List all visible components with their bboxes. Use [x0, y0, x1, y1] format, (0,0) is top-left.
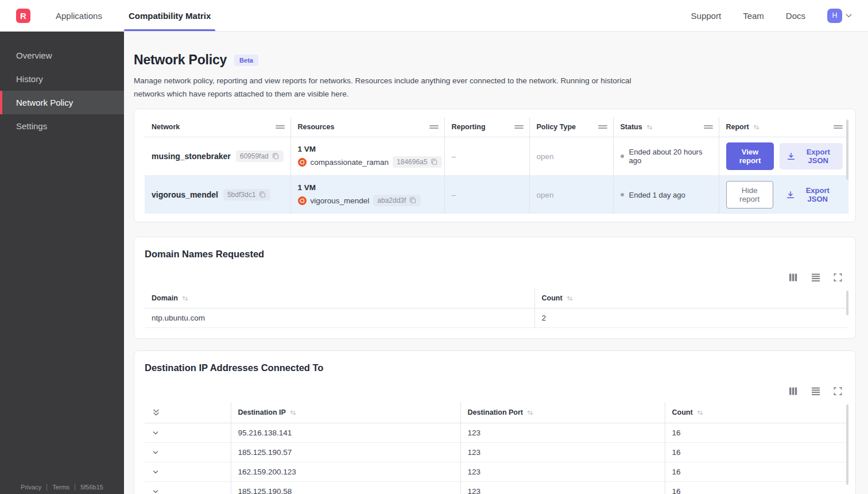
nav-link[interactable]: Team [743, 11, 764, 21]
ip-row[interactable]: 95.216.138.141 123 16 [145, 423, 848, 443]
col-header-destination-ip[interactable]: Destination IP [231, 402, 460, 423]
sort-icon[interactable] [566, 295, 574, 302]
network-row[interactable]: vigorous_mendel 5bdf3dc1 1 VM vigorous_m… [145, 176, 848, 214]
sidebar-item[interactable]: Network Policy [0, 91, 124, 114]
reporting-value: – [444, 137, 529, 176]
destination-ip-value: 162.159.200.123 [231, 462, 460, 482]
col-header-network[interactable]: Network [145, 117, 290, 137]
download-icon [786, 190, 795, 199]
page-title: Network Policy [134, 52, 227, 68]
main-content: Network Policy Beta Manage network polic… [124, 32, 868, 494]
column-menu-icon[interactable] [429, 123, 439, 131]
chevron-down-icon[interactable] [152, 449, 160, 457]
divider [46, 484, 47, 491]
ip-row[interactable]: 162.159.200.123 123 16 [145, 462, 848, 482]
networks-table: Network Resources Reporting Policy Type … [145, 117, 848, 214]
status-text: Ended 1 day ago [629, 191, 685, 199]
sort-icon[interactable] [753, 124, 760, 131]
ips-table: Destination IP Destination Port Count 95… [145, 402, 848, 494]
ubuntu-icon [298, 158, 307, 167]
column-menu-icon[interactable] [834, 123, 843, 131]
resource-name: compassionate_raman [311, 158, 389, 167]
destination-port-value: 123 [460, 482, 665, 494]
resource-name: vigorous_mendel [311, 196, 370, 205]
network-id-badge[interactable]: 5bdf3dc1 [223, 189, 270, 200]
columns-icon[interactable] [788, 272, 798, 283]
nav-link[interactable]: Docs [786, 11, 805, 21]
network-id-badge[interactable]: 60959fad [236, 150, 284, 162]
chevron-down-icon[interactable] [152, 488, 160, 494]
vm-count: 1 VM [298, 183, 439, 192]
copy-icon[interactable] [430, 158, 438, 166]
copy-icon[interactable] [409, 196, 417, 204]
policy-type-value: open [529, 176, 613, 214]
domains-card-title: Domain Names Requested [145, 245, 847, 260]
column-menu-icon[interactable] [704, 123, 713, 131]
copy-icon[interactable] [272, 152, 280, 160]
column-menu-icon[interactable] [276, 123, 285, 131]
privacy-link[interactable]: Privacy [21, 484, 41, 491]
sort-icon[interactable] [526, 409, 534, 416]
sidebar-item[interactable]: History [0, 67, 124, 91]
count-value: 2 [534, 308, 848, 328]
chevron-down-icon[interactable] [152, 429, 160, 437]
report-toggle-button[interactable]: View report [726, 142, 774, 170]
sort-icon[interactable] [646, 124, 653, 131]
sidebar-item[interactable]: Settings [0, 114, 124, 138]
rows-icon[interactable] [811, 386, 820, 396]
ip-row[interactable]: 185.125.190.58 123 16 [145, 482, 848, 494]
column-menu-icon[interactable] [514, 123, 524, 131]
resource-id-badge[interactable]: aba2dd3f [373, 195, 421, 206]
expand-all-header[interactable] [145, 402, 231, 423]
report-toggle-button[interactable]: Hide report [726, 181, 773, 209]
user-menu[interactable]: H [827, 9, 853, 23]
column-menu-icon[interactable] [598, 123, 607, 131]
nav-tab[interactable]: Compatibility Matrix [124, 0, 215, 31]
col-header-policy-type[interactable]: Policy Type [529, 117, 613, 137]
col-header-domain[interactable]: Domain [145, 288, 534, 308]
count-value: 16 [665, 443, 848, 462]
copy-icon[interactable] [258, 191, 266, 199]
domain-row[interactable]: ntp.ubuntu.com 2 [145, 308, 848, 328]
domains-table: Domain Count ntp.ubuntu.com 2 [145, 288, 848, 328]
app-logo[interactable]: R [16, 9, 30, 23]
fullscreen-icon[interactable] [833, 272, 843, 283]
nav-link[interactable]: Support [691, 11, 722, 21]
sort-icon[interactable] [696, 409, 704, 416]
destination-port-value: 123 [460, 423, 665, 443]
terms-link[interactable]: Terms [52, 484, 69, 491]
sort-icon[interactable] [289, 409, 297, 416]
columns-icon[interactable] [788, 386, 798, 396]
chevron-down-icon[interactable] [152, 468, 160, 476]
col-header-resources[interactable]: Resources [290, 117, 444, 137]
nav-tab[interactable]: Applications [51, 0, 107, 31]
double-chevron-down-icon[interactable] [152, 408, 161, 417]
sidebar: Overview History Network Policy Settings… [0, 32, 124, 494]
col-header-count[interactable]: Count [534, 288, 848, 308]
export-json-button[interactable]: Export JSON [779, 182, 843, 208]
rows-icon[interactable] [811, 272, 820, 283]
sort-icon[interactable] [181, 295, 189, 302]
destination-ip-value: 185.125.190.58 [231, 482, 460, 494]
col-header-status[interactable]: Status [613, 117, 719, 137]
col-header-report[interactable]: Report [719, 117, 848, 137]
col-header-reporting[interactable]: Reporting [444, 117, 529, 137]
fullscreen-icon[interactable] [833, 386, 843, 396]
count-value: 16 [665, 423, 848, 443]
sidebar-item[interactable]: Overview [0, 44, 124, 67]
networks-card: Network Resources Reporting Policy Type … [134, 109, 856, 222]
destination-ips-card: Destination IP Addresses Connected To De… [134, 350, 856, 494]
col-header-count[interactable]: Count [665, 402, 848, 423]
export-json-button[interactable]: Export JSON [780, 143, 843, 169]
ip-row[interactable]: 185.125.190.57 123 16 [145, 443, 848, 462]
network-row[interactable]: musing_stonebraker 60959fad 1 VM compass… [145, 137, 848, 176]
primary-nav-tabs: Applications Compatibility Matrix [51, 0, 232, 31]
col-header-destination-port[interactable]: Destination Port [460, 402, 665, 423]
policy-type-value: open [529, 137, 613, 176]
vm-count: 1 VM [298, 145, 439, 153]
avatar[interactable]: H [827, 9, 842, 23]
resource-id-badge[interactable]: 184696a5 [393, 156, 442, 168]
sidebar-footer: Privacy Terms 5f56b15 [0, 484, 124, 491]
status-dot [621, 155, 624, 158]
build-version: 5f56b15 [80, 484, 103, 491]
